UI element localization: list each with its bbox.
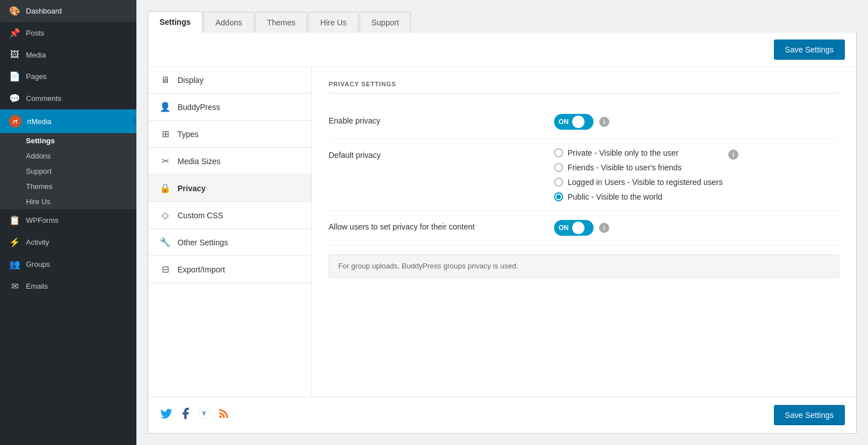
groups-icon: 👥	[9, 259, 20, 270]
custom-css-icon: ◇	[160, 210, 171, 221]
sidebar-item-label: Media	[26, 51, 46, 59]
facebook-icon[interactable]	[179, 407, 192, 424]
allow-users-toggle-label: ON	[559, 224, 569, 232]
radio-logged-in[interactable]: Logged in Users - Visible to registered …	[554, 178, 723, 187]
section-title: PRIVACY SETTINGS	[329, 81, 839, 94]
social-icons	[160, 407, 231, 424]
left-nav-types[interactable]: ⊞ Types	[148, 121, 311, 148]
sidebar-item-media[interactable]: 🖼 Media	[0, 44, 136, 65]
allow-users-privacy-label: Allow users to set privacy for their con…	[329, 220, 554, 231]
left-nav-export-import[interactable]: ⊟ Export/Import	[148, 256, 311, 283]
default-privacy-info[interactable]: i	[728, 149, 738, 160]
allow-users-privacy-row: Allow users to set privacy for their con…	[329, 211, 839, 245]
left-nav-label: Display	[178, 76, 203, 85]
types-icon: ⊞	[160, 129, 171, 139]
media-icon: 🖼	[9, 50, 20, 60]
enable-privacy-toggle-label: ON	[559, 118, 569, 126]
rss-icon[interactable]	[217, 407, 231, 424]
sidebar-item-activity[interactable]: ⚡ Activity	[0, 231, 136, 253]
tab-addons[interactable]: Addons	[203, 12, 254, 33]
content-card: Save Settings 🖥 Display 👤 BuddyPress ⊞ T…	[148, 33, 857, 434]
left-nav: 🖥 Display 👤 BuddyPress ⊞ Types ✂ Media S…	[148, 67, 312, 396]
activity-icon: ⚡	[9, 237, 20, 248]
buddypress-icon: 👤	[160, 102, 171, 112]
sidebar-item-label: Emails	[26, 282, 48, 290]
card-footer: Save Settings	[148, 396, 856, 433]
left-nav-label: Custom CSS	[178, 211, 223, 220]
sidebar-item-dashboard[interactable]: 🎨 Dashboard	[0, 0, 136, 22]
sidebar-sub-item-addons[interactable]: Addons	[0, 148, 136, 164]
sidebar-item-pages[interactable]: 📄 Pages	[0, 65, 136, 87]
save-settings-button-top[interactable]: Save Settings	[774, 39, 845, 60]
dashboard-icon: 🎨	[9, 6, 20, 16]
enable-privacy-info[interactable]: i	[599, 117, 609, 127]
sidebar-item-wpforms[interactable]: 📋 WPForms	[0, 209, 136, 231]
radio-private[interactable]: Private - Visible only to the user	[554, 148, 723, 157]
twitter-icon[interactable]	[160, 407, 173, 424]
radio-btn-friends[interactable]	[554, 163, 563, 172]
sidebar-sub-item-support[interactable]: Support	[0, 164, 136, 179]
toggle-circle-2	[572, 222, 584, 234]
sidebar-item-rtmedia[interactable]: rt rtMedia	[0, 109, 136, 133]
left-nav-media-sizes[interactable]: ✂ Media Sizes	[148, 148, 311, 175]
other-settings-icon: 🔧	[160, 237, 171, 248]
pages-icon: 📄	[9, 71, 20, 82]
radio-label-public: Public - Visible to the world	[568, 192, 662, 201]
enable-privacy-row: Enable privacy ON i	[329, 105, 839, 139]
tab-hire-us[interactable]: Hire Us	[308, 12, 358, 33]
toggle-circle	[572, 116, 584, 128]
card-body: 🖥 Display 👤 BuddyPress ⊞ Types ✂ Media S…	[148, 67, 856, 396]
allow-users-privacy-control: ON i	[554, 220, 839, 236]
left-nav-label: Privacy	[178, 184, 206, 193]
info-message: For group uploads, BuddyPress groups pri…	[338, 262, 518, 270]
sidebar-item-label: rtMedia	[27, 117, 51, 126]
rtmedia-sub-menu: Settings Addons Support Themes Hire Us	[0, 133, 136, 209]
posts-icon: 📌	[9, 28, 20, 38]
sidebar-item-groups[interactable]: 👥 Groups	[0, 253, 136, 275]
right-content: PRIVACY SETTINGS Enable privacy ON i Def…	[312, 67, 856, 396]
tab-support[interactable]: Support	[360, 12, 411, 33]
sidebar-sub-item-themes[interactable]: Themes	[0, 179, 136, 194]
left-nav-display[interactable]: 🖥 Display	[148, 67, 311, 94]
sidebar-item-posts[interactable]: 📌 Posts	[0, 22, 136, 44]
allow-users-privacy-toggle[interactable]: ON	[554, 220, 594, 236]
sidebar-item-label: Groups	[26, 260, 50, 268]
left-nav-buddypress[interactable]: 👤 BuddyPress	[148, 94, 311, 121]
privacy-icon: 🔒	[160, 183, 171, 193]
tab-bar: Settings Addons Themes Hire Us Support	[148, 11, 857, 33]
sidebar-item-label: WPForms	[26, 216, 59, 224]
sidebar-item-label: Dashboard	[26, 7, 62, 15]
left-nav-label: Other Settings	[178, 238, 228, 247]
left-nav-label: BuddyPress	[178, 103, 220, 112]
radio-options: Private - Visible only to the user Frien…	[554, 148, 723, 201]
sidebar-item-comments[interactable]: 💬 Comments	[0, 87, 136, 109]
save-settings-button-bottom[interactable]: Save Settings	[774, 405, 845, 425]
sidebar-item-label: Activity	[26, 238, 49, 246]
radio-label-private: Private - Visible only to the user	[568, 148, 679, 157]
left-nav-custom-css[interactable]: ◇ Custom CSS	[148, 202, 311, 229]
info-box: For group uploads, BuddyPress groups pri…	[329, 254, 839, 277]
left-nav-label: Export/Import	[178, 265, 225, 274]
tab-settings[interactable]: Settings	[148, 11, 202, 33]
tab-themes[interactable]: Themes	[255, 12, 308, 33]
allow-users-privacy-info[interactable]: i	[599, 223, 609, 233]
radio-btn-public[interactable]	[554, 192, 563, 201]
left-nav-privacy[interactable]: 🔒 Privacy	[148, 175, 311, 202]
enable-privacy-toggle[interactable]: ON	[554, 114, 594, 130]
sidebar-item-label: Comments	[26, 94, 61, 103]
left-nav-other-settings[interactable]: 🔧 Other Settings	[148, 229, 311, 256]
sidebar-item-emails[interactable]: ✉ Emails	[0, 275, 136, 297]
radio-btn-logged-in[interactable]	[554, 178, 563, 187]
wpforms-icon: 📋	[9, 215, 20, 226]
sidebar-sub-item-hire-us[interactable]: Hire Us	[0, 194, 136, 209]
rtmedia-icon: rt	[9, 115, 21, 127]
sidebar: 🎨 Dashboard 📌 Posts 🖼 Media 📄 Pages 💬 Co…	[0, 0, 136, 445]
sidebar-sub-item-settings[interactable]: Settings	[0, 133, 136, 148]
radio-friends[interactable]: Friends - Visible to user's friends	[554, 163, 723, 172]
radio-label-logged-in: Logged in Users - Visible to registered …	[568, 178, 723, 187]
radio-label-friends: Friends - Visible to user's friends	[568, 163, 681, 172]
wordpress-icon[interactable]	[198, 407, 211, 424]
radio-btn-private[interactable]	[554, 148, 563, 157]
radio-public[interactable]: Public - Visible to the world	[554, 192, 723, 201]
export-import-icon: ⊟	[160, 264, 171, 275]
